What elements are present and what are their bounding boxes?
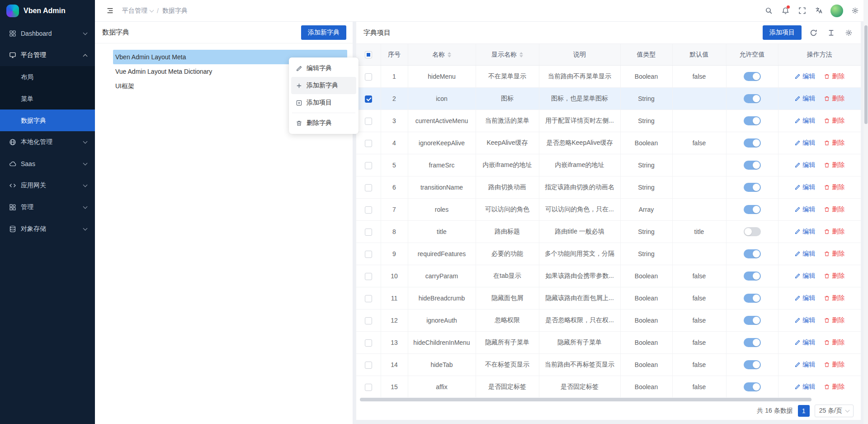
table-row[interactable]: 8 title 路由标题 路由title 一般必填 String title 编… (356, 221, 861, 243)
sidebar-item-dashboard[interactable]: Dashboard (0, 23, 95, 44)
table-row[interactable]: 3 currentActiveMenu 当前激活的菜单 用于配置详情页时左侧..… (356, 110, 861, 132)
add-item-button[interactable]: 添加项目 (763, 25, 802, 40)
page-size-select[interactable]: 25 条/页 (815, 405, 854, 417)
table-row[interactable]: 6 transitionName 路由切换动画 指定该路由切换的动画名 Stri… (356, 176, 861, 199)
sort-icons[interactable] (448, 52, 451, 57)
table-row[interactable]: 1 hideMenu 不在菜单显示 当前路由不再菜单显示 Boolean fal… (356, 66, 861, 88)
sort-icons[interactable] (519, 52, 523, 57)
context-menu-add-item[interactable]: 添加项目 (291, 94, 356, 111)
row-checkbox[interactable] (365, 362, 372, 369)
context-menu-add-dictionary[interactable]: 添加新字典 (291, 77, 356, 94)
edit-button[interactable]: 编辑 (794, 383, 815, 391)
notifications-bell-icon[interactable] (778, 4, 792, 18)
table-row[interactable]: 2 icon 图标 图标，也是菜单图标 String 编辑 删除 (356, 88, 861, 110)
allow-empty-toggle[interactable] (744, 294, 761, 303)
row-checkbox[interactable] (365, 317, 372, 324)
edit-button[interactable]: 编辑 (794, 95, 815, 103)
allow-empty-toggle[interactable] (744, 72, 761, 81)
edit-button[interactable]: 编辑 (794, 72, 815, 81)
delete-button[interactable]: 删除 (824, 272, 844, 280)
page-scrollbar[interactable] (863, 0, 868, 424)
sidebar-item-layout[interactable]: 布局 (0, 66, 95, 88)
table-row[interactable]: 7 roles 可以访问的角色 可以访问的角色，只在... Array 编辑 删… (356, 199, 861, 221)
translate-icon[interactable] (812, 4, 826, 18)
delete-button[interactable]: 删除 (824, 161, 844, 169)
row-checkbox[interactable] (365, 184, 372, 191)
delete-button[interactable]: 删除 (824, 250, 844, 258)
row-height-icon[interactable] (825, 27, 837, 38)
row-checkbox[interactable] (365, 295, 372, 302)
table-row[interactable]: 15 affix 是否固定标签 是否固定标签 Boolean false 编辑 … (356, 376, 861, 398)
delete-button[interactable]: 删除 (824, 95, 844, 103)
delete-button[interactable]: 删除 (824, 117, 844, 125)
delete-button[interactable]: 删除 (824, 183, 844, 191)
delete-button[interactable]: 删除 (824, 294, 844, 302)
edit-button[interactable]: 编辑 (794, 139, 815, 147)
table-row[interactable]: 11 hideBreadcrumb 隐藏面包屑 隐藏该路由在面包屑上... Bo… (356, 287, 861, 310)
delete-button[interactable]: 删除 (824, 228, 844, 236)
delete-button[interactable]: 删除 (824, 361, 844, 369)
table-row[interactable]: 4 ignoreKeepAlive KeepAlive缓存 是否忽略KeepAl… (356, 132, 861, 154)
row-checkbox[interactable] (365, 118, 372, 125)
select-all-checkbox[interactable] (365, 51, 372, 58)
header-cell-name[interactable]: 名称 (408, 44, 476, 66)
table-row[interactable]: 9 requiredFeatures 必要的功能 多个功能间用英文，分隔 Str… (356, 243, 861, 265)
edit-button[interactable]: 编辑 (794, 250, 815, 258)
row-checkbox[interactable] (365, 140, 372, 147)
add-dictionary-button[interactable]: 添加新字典 (301, 25, 346, 40)
edit-button[interactable]: 编辑 (794, 228, 815, 236)
allow-empty-toggle[interactable] (744, 94, 761, 103)
table-row[interactable]: 13 hideChildrenInMenu 隐藏所有子菜单 隐藏所有子菜单 Bo… (356, 332, 861, 354)
edit-button[interactable]: 编辑 (794, 161, 815, 169)
table-row[interactable]: 5 frameSrc 内嵌iframe的地址 内嵌iframe的地址 Strin… (356, 154, 861, 176)
allow-empty-toggle[interactable] (744, 249, 761, 258)
sidebar-item-platform[interactable]: 平台管理 (0, 44, 95, 66)
row-checkbox[interactable] (365, 384, 372, 391)
edit-button[interactable]: 编辑 (794, 294, 815, 302)
table-row[interactable]: 14 hideTab 不在标签页显示 当前路由不再标签页显示 Boolean f… (356, 354, 861, 376)
edit-button[interactable]: 编辑 (794, 205, 815, 214)
allow-empty-toggle[interactable] (744, 227, 761, 236)
sidebar-item-localization[interactable]: 本地化管理 (0, 131, 95, 153)
sidebar-item-data-dictionary[interactable]: 数据字典 (0, 110, 95, 131)
horizontal-scrollbar[interactable] (358, 397, 859, 402)
table-row[interactable]: 12 ignoreAuth 忽略权限 是否忽略权限，只在权... Boolean… (356, 310, 861, 332)
edit-button[interactable]: 编辑 (794, 316, 815, 324)
delete-button[interactable]: 删除 (824, 139, 844, 147)
allow-empty-toggle[interactable] (744, 272, 761, 281)
delete-button[interactable]: 删除 (824, 316, 844, 324)
allow-empty-toggle[interactable] (744, 382, 761, 391)
user-avatar[interactable] (830, 5, 843, 17)
sidebar-item-manage[interactable]: 管理 (0, 196, 95, 218)
delete-button[interactable]: 删除 (824, 205, 844, 214)
row-checkbox[interactable] (365, 95, 372, 103)
delete-button[interactable]: 删除 (824, 72, 844, 81)
collapse-sidebar-icon[interactable] (103, 4, 117, 18)
edit-button[interactable]: 编辑 (794, 117, 815, 125)
delete-button[interactable]: 删除 (824, 383, 844, 391)
sidebar-item-gateway[interactable]: 应用网关 (0, 175, 95, 196)
allow-empty-toggle[interactable] (744, 116, 761, 125)
sidebar-item-storage[interactable]: 对象存储 (0, 218, 95, 240)
allow-empty-toggle[interactable] (744, 360, 761, 369)
allow-empty-toggle[interactable] (744, 183, 761, 192)
edit-button[interactable]: 编辑 (794, 361, 815, 369)
refresh-icon[interactable] (807, 27, 819, 38)
allow-empty-toggle[interactable] (744, 316, 761, 325)
row-checkbox[interactable] (365, 73, 372, 81)
breadcrumb-parent[interactable]: 平台管理 (122, 7, 153, 15)
logo[interactable]: Vben Admin (0, 0, 95, 22)
edit-button[interactable]: 编辑 (794, 338, 815, 347)
delete-button[interactable]: 删除 (824, 338, 844, 347)
fullscreen-icon[interactable] (795, 4, 809, 18)
context-menu-delete-dictionary[interactable]: 删除字典 (291, 114, 356, 132)
edit-button[interactable]: 编辑 (794, 183, 815, 191)
context-menu-edit-dictionary[interactable]: 编辑字典 (291, 60, 356, 77)
row-checkbox[interactable] (365, 273, 372, 280)
allow-empty-toggle[interactable] (744, 205, 761, 214)
sidebar-item-menu[interactable]: 菜单 (0, 88, 95, 110)
row-checkbox[interactable] (365, 206, 372, 214)
header-cell-display-name[interactable]: 显示名称 (476, 44, 539, 66)
row-checkbox[interactable] (365, 339, 372, 347)
row-checkbox[interactable] (365, 251, 372, 258)
